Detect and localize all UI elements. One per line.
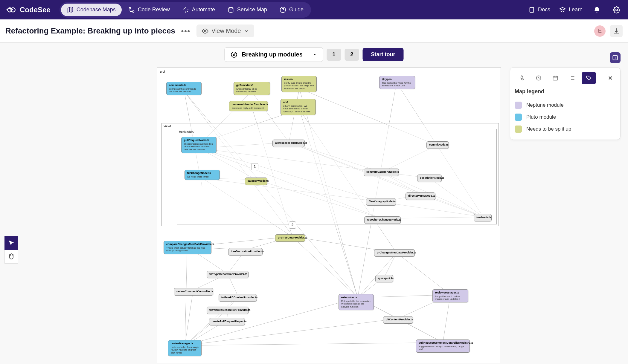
service-icon	[228, 7, 234, 13]
legend-tab-history[interactable]	[531, 72, 546, 84]
download-button[interactable]	[610, 25, 623, 37]
hand-icon	[8, 253, 15, 260]
svg-line-57	[397, 253, 450, 295]
svg-point-3	[132, 10, 134, 12]
node-reviewCommentController[interactable]: reviewCommentController.ts	[174, 288, 213, 296]
node-commentHandler[interactable]: commentHandlerResolver.tscomment, reply,…	[229, 101, 268, 111]
node-api[interactable]: api/git API commands. We have something …	[281, 99, 316, 115]
legend-tab-calendar[interactable]	[548, 72, 563, 84]
node-title: pullRequestCommentControllerRegistry.ts	[419, 341, 467, 345]
bell-icon	[593, 6, 600, 13]
node-commitNode[interactable]: commitNode.ts	[426, 141, 449, 149]
nav-code-review[interactable]: Code Review	[122, 4, 176, 16]
view-mode-selector[interactable]: View Mode	[196, 25, 254, 37]
legend-swatch	[515, 126, 522, 133]
nav-automate[interactable]: Automate	[176, 4, 221, 16]
node-fileChangeNode[interactable]: fileChangeNode.tswe need there i thick	[185, 170, 220, 180]
node-extension[interactable]: extension.tsEntry point to the extension…	[339, 294, 374, 310]
info-button[interactable]	[610, 52, 621, 63]
node-issues[interactable]: issues/pretty sure this is creating gith…	[281, 76, 317, 92]
node-desc: this represents a single line of the tre…	[184, 143, 214, 151]
node-title: commands.ts	[169, 84, 199, 87]
svg-line-75	[185, 342, 443, 345]
legend-item[interactable]: Neptune module	[515, 99, 616, 111]
legend-title: Map legend	[515, 88, 616, 95]
hand-tool[interactable]	[4, 250, 18, 264]
node-createPullRequestHelper[interactable]: createPullRequestHelper.ts	[209, 318, 245, 325]
legend-tab-tags[interactable]	[582, 72, 596, 84]
notifications-button[interactable]	[592, 4, 602, 15]
svg-line-50	[292, 236, 358, 298]
user-avatar[interactable]: E	[594, 25, 606, 37]
node-repositoryChangesNode[interactable]: repositoryChangesNode.ts	[364, 216, 401, 224]
node-title: commitNode.ts	[429, 143, 446, 146]
node-title: createPullRequestHelper.ts	[212, 320, 242, 323]
diagram-canvas[interactable]: src/ view/ treeNodes/ 1 2 commands.tsdef…	[157, 67, 501, 363]
sub-right: E	[594, 25, 623, 37]
node-reviewsManager[interactable]: reviewsManager.tsLoops thru each review …	[432, 289, 468, 302]
nav-guide[interactable]: Guide	[274, 4, 310, 16]
node-desc: main controller for a single review. has…	[171, 346, 199, 354]
start-tour-button[interactable]: Start tour	[363, 48, 404, 61]
node-desc: This is what actually fetches the files …	[166, 247, 209, 252]
node-directoryTreeNode[interactable]: directoryTreeNode.ts	[406, 192, 435, 200]
node-commitsCategoryNode[interactable]: commitsCategoryNode.ts	[364, 169, 399, 176]
node-fileTypeDecorationProvider[interactable]: fileTypeDecorationProvider.ts	[207, 271, 249, 278]
node-fileViewedDecorationProvider[interactable]: fileViewedDecorationProvider.ts	[207, 307, 249, 314]
node-inMemPRContentProvider[interactable]: inMemPRContentProvider.ts	[219, 294, 257, 302]
tour-marker-2[interactable]: 2	[289, 221, 296, 229]
nav-label: Guide	[289, 7, 304, 13]
node-commands[interactable]: commands.tsdefines all the commands we k…	[166, 82, 202, 95]
tour-step-1[interactable]: 1	[327, 49, 341, 61]
node-title: inMemPRContentProvider.ts	[221, 296, 254, 299]
legend-item[interactable]: Needs to be split up	[515, 123, 616, 135]
node-pullRequestCommentControllerRegistry[interactable]: pullRequestCommentControllerRegistry.tsT…	[416, 339, 470, 353]
node-compareChanges[interactable]: compareChangesTreeDataProvider.tsThis is…	[164, 241, 211, 254]
node-prChangesTreeDataProvider[interactable]: prChangesTreeDataProvider.ts	[374, 249, 415, 257]
node-gitContentProvider[interactable]: gitContentProvider.ts	[383, 316, 413, 324]
node-filesCategoryNode[interactable]: filesCategoryNode.ts	[366, 198, 396, 206]
brand-logo[interactable]: CodeSee	[6, 4, 51, 15]
node-title: prChangesTreeDataProvider.ts	[377, 251, 412, 254]
nav-codebase-maps[interactable]: Codebase Maps	[61, 4, 122, 16]
node-title: @types/	[382, 78, 412, 81]
node-types[interactable]: @types/This looks like types for the ext…	[379, 76, 415, 89]
nav-service-map[interactable]: Service Map	[222, 4, 273, 16]
nav-label: Docs	[538, 7, 550, 13]
view-mode-label: View Mode	[211, 27, 241, 34]
svg-point-4	[229, 7, 233, 9]
nav-learn[interactable]: Learn	[559, 7, 583, 13]
node-desc: we need there i thick	[187, 175, 217, 178]
pointer-tool[interactable]	[4, 236, 18, 250]
info-icon	[612, 55, 618, 61]
tour-selector[interactable]: Breaking up modules	[225, 47, 323, 62]
node-title: compareChangesTreeDataProvider.ts	[166, 243, 209, 246]
legend-item[interactable]: Pluto module	[515, 111, 616, 123]
svg-point-2	[129, 7, 131, 9]
node-categoryNode[interactable]: categoryNode.ts	[245, 178, 267, 185]
node-prsTreeDataProvider[interactable]: prsTreeDataProvider.ts	[275, 234, 305, 242]
chevron-down-icon	[244, 29, 249, 33]
tour-step-2[interactable]: 2	[345, 49, 359, 61]
tour-toolbar: Breaking up modules 1 2 Start tour	[225, 47, 404, 62]
compass-icon	[231, 51, 237, 58]
settings-button[interactable]	[611, 4, 622, 15]
legend-label: Needs to be split up	[526, 126, 571, 132]
nav-docs[interactable]: Docs	[528, 7, 550, 13]
node-workspaceFolderNode[interactable]: workspaceFolderNode.ts	[272, 140, 305, 147]
node-treeDecorationProvider[interactable]: treeDecorationProvider.ts	[228, 248, 263, 256]
tour-marker-1[interactable]: 1	[251, 163, 258, 170]
node-treeNode[interactable]: treeNode.ts	[474, 214, 492, 221]
node-pullRequestNode[interactable]: pullRequestNode.tsthis represents a sing…	[181, 137, 217, 153]
legend-tab-flame[interactable]	[515, 72, 529, 84]
node-descriptionNode[interactable]: descriptionNode.ts	[417, 175, 442, 182]
legend-close[interactable]	[605, 73, 616, 83]
map-icon	[67, 7, 74, 13]
node-quickpick[interactable]: quickpick.ts	[375, 275, 393, 282]
node-title: filesCategoryNode.ts	[369, 200, 393, 203]
node-title: extension.ts	[341, 296, 371, 299]
node-gitProviders[interactable]: gitProviders/wraps internal git to somet…	[234, 82, 270, 95]
legend-tab-list[interactable]	[565, 72, 579, 84]
node-reviewManager[interactable]: reviewManager.tsmain controller for a si…	[168, 340, 202, 356]
more-button[interactable]: •••	[181, 27, 190, 35]
